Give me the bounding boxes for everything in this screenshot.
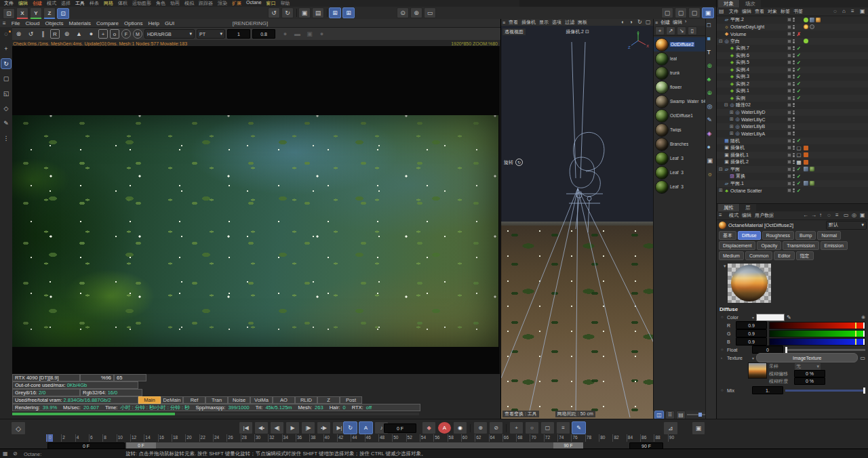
ruler-tick[interactable]: 88 [654, 434, 667, 442]
layout-monitor-4-icon[interactable]: ▣ [702, 7, 714, 18]
check-icon[interactable]: ✓ [796, 95, 802, 101]
preset-select[interactable]: 默认 ▾ [826, 221, 867, 230]
enable-toggle[interactable] [787, 125, 791, 129]
enable-toggle[interactable] [787, 60, 791, 64]
menu-item[interactable]: 样条 [90, 0, 99, 7]
ruler-tick[interactable]: 40 [323, 434, 337, 442]
object-name[interactable]: WaterLillyB [741, 124, 765, 129]
gear-icon[interactable]: ⊛ [410, 7, 422, 18]
ruler-tick[interactable]: 64 [489, 434, 502, 442]
object-row[interactable]: ⊞◎WaterLillyA [717, 130, 868, 138]
channel-field[interactable]: 0.9 [736, 321, 767, 329]
render-pass-tab[interactable]: Main [138, 396, 161, 404]
subsample-field[interactable]: 1 [227, 29, 250, 39]
object-name[interactable]: 摄像机 [730, 144, 745, 151]
expander-icon[interactable]: ⊟ [724, 102, 729, 108]
cam-orange-tag[interactable] [804, 160, 808, 165]
axis-z-toggle[interactable]: Z [43, 7, 56, 19]
chevron-down-icon[interactable]: ▾ [752, 315, 754, 320]
paste-icon[interactable]: ▤ [312, 7, 324, 18]
sun-tag[interactable] [804, 24, 808, 29]
channel-tab-Transmission[interactable]: Transmission [783, 241, 818, 250]
object-name[interactable]: Octane Scatter [730, 188, 762, 193]
ruler-tick[interactable]: 62 [475, 434, 488, 442]
object-row[interactable]: ▣摄像机.1▢ [717, 152, 868, 159]
material-item[interactable]: Leaf_3 [654, 151, 706, 165]
material-item[interactable]: Leaf_3 [654, 180, 706, 194]
enable-toggle[interactable] [787, 75, 791, 79]
ruler-tick[interactable]: 66 [502, 434, 516, 442]
vp-menu-item[interactable]: 摄像机 [521, 19, 536, 26]
ruler-tick[interactable]: 38 [309, 434, 323, 442]
ruler-tick[interactable]: 76 [571, 434, 585, 442]
record-scale-toggle[interactable]: ⊘ [489, 421, 503, 434]
render-canvas[interactable] [12, 46, 500, 374]
phong-tag[interactable] [804, 181, 808, 186]
history-icon[interactable]: ◎ [852, 212, 859, 219]
redo-icon[interactable]: ↻ [281, 7, 294, 18]
enable-toggle[interactable] [787, 96, 791, 100]
popout-icon[interactable]: ▣ [860, 212, 867, 219]
light-object-icon[interactable]: ☼ [707, 171, 716, 180]
attr-menu-item[interactable]: 模式 [729, 212, 738, 219]
check-icon[interactable]: ✓ [796, 74, 802, 80]
object-name[interactable]: 实例.5 [735, 59, 749, 66]
color-swatch[interactable] [756, 314, 785, 321]
check-icon[interactable]: ✓ [796, 188, 802, 194]
mm-menu-item[interactable]: 编辑 [673, 19, 682, 26]
box-icon[interactable]: ▢ [796, 152, 802, 158]
render-pass-tab[interactable]: VolMa [250, 396, 273, 404]
object-row[interactable]: ◈实例.4✓ [717, 66, 868, 74]
object-row[interactable]: ☼OctaneDayLight [717, 24, 868, 31]
popout-icon[interactable]: ▣ [860, 8, 867, 15]
bar-dim-icon[interactable]: ▬ [292, 29, 302, 39]
attr-menu-item[interactable]: 用户数据 [755, 212, 774, 219]
object-name[interactable]: Volume [730, 32, 746, 37]
material-item[interactable]: Branches [654, 137, 706, 151]
object-name[interactable]: WaterLillyD [741, 110, 766, 114]
ruler-tick[interactable]: 32 [268, 434, 281, 442]
object-name[interactable]: 随机 [730, 138, 740, 144]
ruler-tick[interactable]: 24 [213, 434, 226, 442]
render-pass-tab[interactable]: Tran [205, 396, 228, 404]
pause-render-icon[interactable]: ∥ [38, 29, 48, 39]
visibility-dots[interactable] [793, 153, 795, 157]
channel-gradient-slider[interactable] [769, 322, 865, 329]
lock-icon[interactable]: ▭ [844, 212, 850, 219]
ruler-tick[interactable]: 60 [461, 434, 475, 442]
object-name[interactable]: 睡莲02 [735, 102, 751, 108]
snap-quantize-icon[interactable]: ⊞ [342, 7, 355, 18]
ruler-tick[interactable]: 86 [640, 434, 654, 442]
visibility-dots[interactable] [793, 188, 795, 192]
scale-tool-icon[interactable]: ◱ [1, 88, 12, 99]
tab-场次[interactable]: 场次 [740, 0, 761, 7]
ruler-tick[interactable]: 20 [185, 434, 199, 442]
tab-属性[interactable]: 属性 [718, 204, 739, 211]
enable-toggle[interactable] [787, 25, 791, 29]
channel-tab-Bump[interactable]: Bump [795, 231, 816, 240]
axis-tool-icon[interactable]: ◇ [1, 103, 12, 114]
visibility-dots[interactable] [793, 82, 795, 86]
prev-key-button[interactable]: ◀• [254, 421, 269, 434]
lv-menu-gui[interactable]: GUI [165, 20, 174, 26]
enable-toggle[interactable] [787, 89, 791, 93]
menu-item[interactable]: 跟踪器 [199, 0, 213, 7]
range-start-chip[interactable]: 0 F [126, 442, 156, 449]
axis-x-toggle[interactable]: X [16, 7, 28, 19]
loop-toggle[interactable]: ↻ [343, 421, 357, 434]
settings-gear-icon[interactable]: ⊛ [62, 29, 72, 39]
current-frame-field[interactable]: 0 F [384, 423, 416, 433]
search-tool-icon[interactable]: ◌ [1, 28, 12, 39]
home-icon[interactable]: ⌂ [842, 8, 849, 15]
green-dot-tag[interactable] [804, 39, 808, 43]
expander-icon[interactable]: ⊟ [718, 167, 724, 172]
visibility-dots[interactable] [793, 174, 795, 178]
material-preview-sphere[interactable] [731, 265, 768, 301]
grid-status-icon[interactable]: ▦ [3, 451, 11, 457]
menu-item[interactable]: 角色 [156, 0, 165, 7]
enable-toggle[interactable] [787, 182, 791, 186]
visibility-dots[interactable] [793, 117, 795, 121]
visibility-dots[interactable] [793, 18, 795, 22]
enable-toggle[interactable] [787, 110, 791, 114]
ruler-tick[interactable]: 30 [254, 434, 268, 442]
